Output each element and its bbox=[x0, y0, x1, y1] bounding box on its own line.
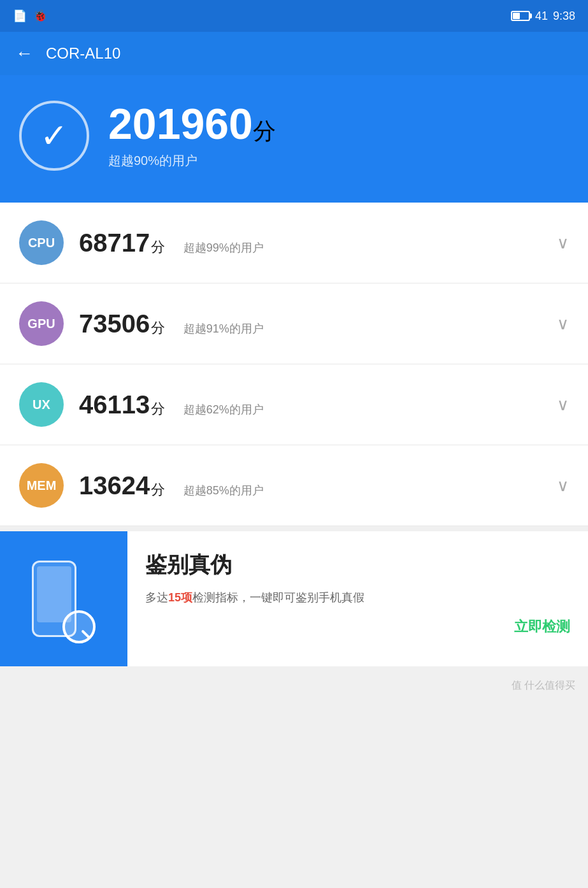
hero-section: ✓ 201960分 超越90%的用户 bbox=[0, 75, 588, 203]
check-circle: ✓ bbox=[19, 101, 89, 171]
watermark-text: 值 什么值得买 bbox=[512, 679, 575, 692]
cpu-score-area: 68717分 超越99%的用户 bbox=[79, 229, 557, 257]
mem-expand-icon[interactable]: ∨ bbox=[557, 476, 569, 496]
cpu-badge: CPU bbox=[19, 220, 64, 265]
header: ← COR-AL10 bbox=[0, 32, 588, 75]
mem-badge: MEM bbox=[19, 463, 64, 508]
cpu-expand-icon[interactable]: ∨ bbox=[557, 233, 569, 253]
gpu-row[interactable]: GPU 73506分 超越91%的用户 ∨ bbox=[0, 283, 588, 364]
score-area: 201960分 超越90%的用户 bbox=[108, 102, 276, 169]
time: 9:38 bbox=[553, 10, 575, 23]
gpu-score-area: 73506分 超越91%的用户 bbox=[79, 310, 557, 338]
ux-percentile: 超越62%的用户 bbox=[183, 403, 264, 416]
cpu-unit: 分 bbox=[151, 239, 165, 255]
ux-unit: 分 bbox=[151, 401, 165, 417]
notification-icon: 📄 bbox=[13, 9, 27, 23]
promo-section: 鉴别真伪 多达15项检测指标，一键即可鉴别手机真假 立即检测 bbox=[0, 526, 588, 666]
score-percentile: 超越90%的用户 bbox=[108, 152, 276, 169]
cpu-percentile: 超越99%的用户 bbox=[183, 241, 264, 254]
ux-score: 46113 bbox=[79, 390, 150, 419]
promo-desc-part2: 检测指标，一键即可鉴别手机真假 bbox=[192, 591, 364, 604]
promo-action-area: 立即检测 bbox=[145, 617, 570, 636]
mem-score: 13624 bbox=[79, 471, 150, 499]
gpu-unit: 分 bbox=[151, 320, 165, 336]
total-score: 201960分 bbox=[108, 102, 276, 147]
mem-row[interactable]: MEM 13624分 超越85%的用户 ∨ bbox=[0, 445, 588, 526]
promo-description: 多达15项检测指标，一键即可鉴别手机真假 bbox=[145, 589, 570, 607]
promo-desc-part1: 多达 bbox=[145, 591, 168, 604]
mem-unit: 分 bbox=[151, 482, 165, 498]
mem-score-area: 13624分 超越85%的用户 bbox=[79, 471, 557, 500]
page-title: COR-AL10 bbox=[46, 45, 120, 62]
gpu-score: 73506 bbox=[79, 310, 150, 338]
mem-percentile: 超越85%的用户 bbox=[183, 484, 264, 497]
battery-icon bbox=[511, 11, 530, 21]
app-icon: 🐞 bbox=[33, 9, 47, 23]
gpu-percentile: 超越91%的用户 bbox=[183, 322, 264, 335]
status-bar: 📄 🐞 41 9:38 bbox=[0, 0, 588, 32]
promo-highlight: 15项 bbox=[168, 591, 192, 604]
score-items-section: CPU 68717分 超越99%的用户 ∨ GPU 73506分 超越91%的用… bbox=[0, 203, 588, 526]
promo-title: 鉴别真伪 bbox=[145, 550, 570, 580]
battery-level: 41 bbox=[535, 10, 548, 23]
gpu-expand-icon[interactable]: ∨ bbox=[557, 314, 569, 334]
watermark-bar: 值 什么值得买 bbox=[0, 666, 588, 705]
ux-row[interactable]: UX 46113分 超越62%的用户 ∨ bbox=[0, 364, 588, 445]
ux-expand-icon[interactable]: ∨ bbox=[557, 395, 569, 415]
status-bar-right: 41 9:38 bbox=[511, 10, 575, 23]
promo-action-button[interactable]: 立即检测 bbox=[514, 619, 570, 634]
promo-image bbox=[0, 531, 127, 666]
cpu-row[interactable]: CPU 68717分 超越99%的用户 ∨ bbox=[0, 203, 588, 283]
check-icon: ✓ bbox=[40, 119, 68, 152]
ux-score-area: 46113分 超越62%的用户 bbox=[79, 390, 557, 419]
phone-search-icon bbox=[32, 554, 96, 643]
cpu-score: 68717 bbox=[79, 229, 150, 257]
promo-content: 鉴别真伪 多达15项检测指标，一键即可鉴别手机真假 立即检测 bbox=[127, 531, 588, 666]
back-button[interactable]: ← bbox=[15, 43, 33, 64]
ux-badge: UX bbox=[19, 382, 64, 427]
gpu-badge: GPU bbox=[19, 301, 64, 346]
status-bar-left: 📄 🐞 bbox=[13, 9, 47, 23]
